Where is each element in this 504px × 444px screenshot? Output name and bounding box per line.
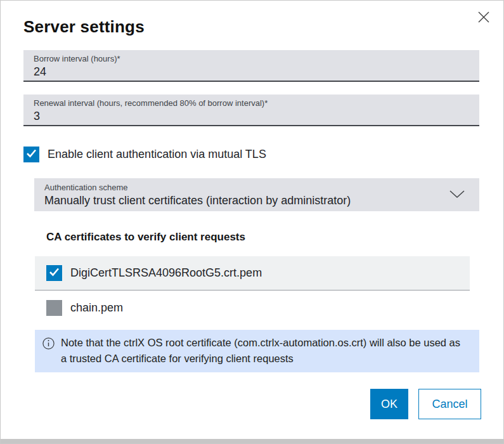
mtls-checkbox[interactable] bbox=[23, 147, 39, 162]
chevron-down-icon bbox=[449, 190, 465, 201]
auth-scheme-label: Authentication scheme bbox=[44, 183, 451, 193]
renewal-interval-field[interactable]: Renewal interval (hours, recommended 80%… bbox=[23, 95, 479, 126]
auth-scheme-select[interactable]: Authentication scheme Manually trust cli… bbox=[34, 178, 479, 211]
renewal-interval-value[interactable]: 3 bbox=[34, 108, 469, 124]
ca-certificates-heading: CA certificates to verify client request… bbox=[46, 231, 245, 244]
checkmark-icon bbox=[23, 145, 39, 164]
dialog-actions: OK Cancel bbox=[370, 389, 481, 419]
borrow-interval-value[interactable]: 24 bbox=[34, 64, 469, 79]
borrow-interval-label: Borrow interval (hours)* bbox=[34, 54, 469, 64]
backdrop-strip bbox=[1, 439, 503, 443]
root-certificate-note: Note that the ctrlX OS root certificate … bbox=[35, 330, 479, 372]
note-text: Note that the ctrlX OS root certificate … bbox=[61, 335, 468, 367]
close-button[interactable] bbox=[475, 10, 492, 26]
checkmark-icon bbox=[46, 264, 62, 282]
ca-list-item-chain[interactable]: chain.pem bbox=[35, 291, 470, 325]
mtls-checkbox-row[interactable]: Enable client authentication via mutual … bbox=[23, 147, 266, 162]
ca-list-item-digicert[interactable]: DigiCertTLSRSA4096RootG5.crt.pem bbox=[35, 256, 470, 291]
info-icon bbox=[42, 337, 55, 367]
mtls-checkbox-label: Enable client authentication via mutual … bbox=[48, 148, 266, 161]
ca-certificates-list: DigiCertTLSRSA4096RootG5.crt.pem chain.p… bbox=[35, 256, 470, 325]
cancel-button[interactable]: Cancel bbox=[418, 389, 481, 419]
close-icon bbox=[477, 10, 491, 26]
ca-certificate-name: chain.pem bbox=[70, 301, 123, 315]
server-settings-dialog: Server settings Borrow interval (hours)*… bbox=[0, 0, 504, 444]
borrow-interval-field[interactable]: Borrow interval (hours)* 24 bbox=[23, 50, 479, 82]
digicert-checkbox[interactable] bbox=[46, 265, 62, 281]
chain-checkbox[interactable] bbox=[46, 300, 62, 316]
page-title: Server settings bbox=[23, 17, 145, 37]
ok-button[interactable]: OK bbox=[370, 389, 408, 419]
auth-scheme-value: Manually trust client certificates (inte… bbox=[44, 193, 451, 209]
ca-certificate-name: DigiCertTLSRSA4096RootG5.crt.pem bbox=[70, 266, 262, 280]
renewal-interval-label: Renewal interval (hours, recommended 80%… bbox=[34, 98, 469, 108]
